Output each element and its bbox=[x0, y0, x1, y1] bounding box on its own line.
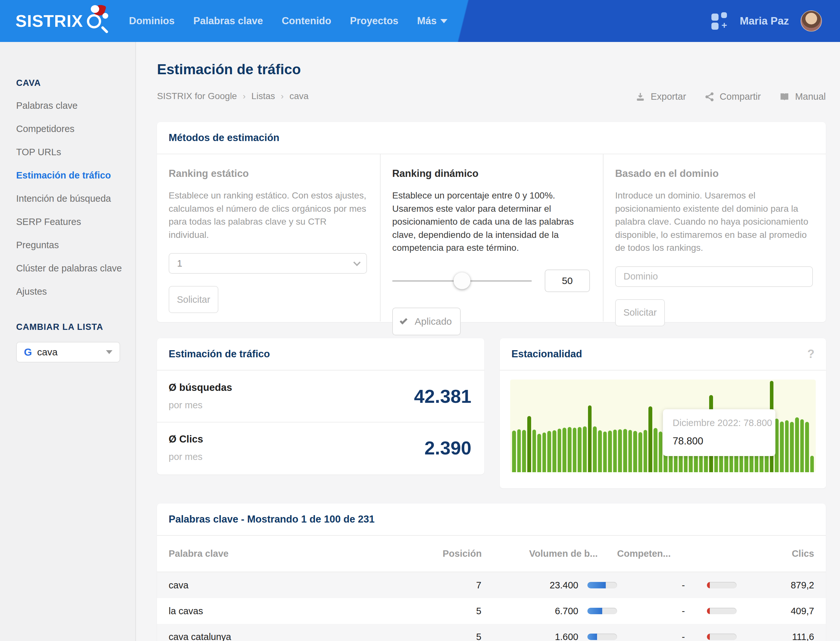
tooltip-value: 78.800 bbox=[673, 435, 766, 447]
sidebar-item-palabras-clave[interactable]: Palabras clave bbox=[16, 100, 136, 111]
nav-item-dominios[interactable]: Dominios bbox=[129, 15, 174, 27]
applied-button[interactable]: Aplicado bbox=[392, 308, 461, 335]
bar-month[interactable] bbox=[568, 427, 572, 472]
page-title: Estimación de tráfico bbox=[157, 61, 826, 77]
bar-month[interactable] bbox=[613, 430, 617, 472]
bar-month[interactable] bbox=[790, 422, 794, 472]
competition-cell: - bbox=[617, 606, 685, 617]
sidebar-item-preguntas[interactable]: Preguntas bbox=[16, 240, 136, 250]
bar-month[interactable] bbox=[628, 430, 632, 472]
column-header-volume[interactable]: Volumen de b... bbox=[481, 548, 617, 559]
bar-month[interactable] bbox=[633, 431, 637, 472]
bar-month[interactable] bbox=[573, 428, 577, 472]
chevron-down-icon bbox=[353, 259, 360, 266]
bar-month[interactable] bbox=[618, 429, 622, 472]
slider-handle[interactable] bbox=[454, 272, 470, 289]
bar-december[interactable] bbox=[648, 406, 652, 472]
column-header-position[interactable]: Posición bbox=[443, 548, 481, 559]
bar-month[interactable] bbox=[638, 432, 642, 472]
book-icon bbox=[779, 92, 790, 102]
bar-month[interactable] bbox=[537, 434, 541, 472]
nav-item-más[interactable]: Más bbox=[417, 15, 447, 27]
bar-month[interactable] bbox=[603, 432, 607, 472]
keyword-cell[interactable]: cava bbox=[169, 580, 443, 591]
sidebar-item-serp-features[interactable]: SERP Features bbox=[16, 217, 136, 227]
user-avatar[interactable] bbox=[801, 10, 822, 32]
bar-month[interactable] bbox=[557, 428, 562, 472]
breadcrumb-sistrix-for-google[interactable]: SISTRIX for Google bbox=[157, 91, 237, 101]
sidebar-item-competidores[interactable]: Competidores bbox=[16, 124, 136, 134]
bar-month[interactable] bbox=[795, 417, 799, 472]
bar-month[interactable] bbox=[810, 456, 814, 472]
bar-month[interactable] bbox=[654, 428, 657, 472]
sidebar-item-ajustes[interactable]: Ajustes bbox=[16, 286, 136, 297]
bar-month[interactable] bbox=[780, 422, 784, 472]
breadcrumb-listas[interactable]: Listas bbox=[251, 91, 275, 101]
bar-month[interactable] bbox=[578, 427, 582, 472]
column-header-competition[interactable]: Competen... bbox=[617, 548, 737, 559]
percentage-slider[interactable] bbox=[392, 271, 532, 290]
clics-cell: 409,7 bbox=[737, 606, 814, 617]
domain-based-description: Introduce un dominio. Usaremos el posici… bbox=[615, 189, 813, 254]
bar-month[interactable] bbox=[547, 431, 551, 472]
bar-month[interactable] bbox=[659, 432, 662, 472]
bar-month[interactable] bbox=[562, 428, 566, 472]
bar-month[interactable] bbox=[517, 429, 521, 472]
bar-december[interactable] bbox=[588, 405, 592, 472]
share-button[interactable]: Compartir bbox=[704, 91, 761, 102]
bar-month[interactable] bbox=[644, 430, 648, 472]
bar-month[interactable] bbox=[512, 430, 516, 472]
sidebar-section-title: CAVA bbox=[16, 78, 136, 88]
column-header-keyword[interactable]: Palabra clave bbox=[169, 548, 443, 559]
domain-input[interactable]: Dominio bbox=[615, 266, 813, 287]
bar-month[interactable] bbox=[785, 420, 789, 472]
santa-hat-icon bbox=[91, 3, 108, 18]
bar-month[interactable] bbox=[775, 419, 779, 472]
nav-item-palabras-clave[interactable]: Palabras clave bbox=[194, 15, 263, 27]
caret-down-icon bbox=[440, 19, 447, 23]
bar-month[interactable] bbox=[608, 430, 612, 472]
bar-month[interactable] bbox=[532, 430, 536, 472]
export-button[interactable]: Exportar bbox=[635, 91, 686, 102]
table-header-row: Palabra clave Posición Volumen de b... C… bbox=[157, 536, 826, 572]
bar-month[interactable] bbox=[552, 430, 556, 472]
breadcrumb-cava[interactable]: cava bbox=[289, 91, 309, 101]
volume-cell: 1.600 bbox=[481, 631, 578, 641]
domain-request-button[interactable]: Solicitar bbox=[615, 299, 665, 326]
manual-button[interactable]: Manual bbox=[779, 91, 826, 102]
seasonality-bar-chart[interactable]: Diciembre 2022: 78.800 78.800 bbox=[510, 380, 816, 472]
apps-grid-icon[interactable]: + bbox=[711, 12, 728, 30]
keyword-cell[interactable]: cava catalunya bbox=[169, 631, 443, 641]
bar-month[interactable] bbox=[598, 430, 602, 472]
bar-month[interactable] bbox=[583, 426, 587, 472]
sidebar-item-intención-de-búsqueda[interactable]: Intención de búsqueda bbox=[16, 193, 136, 204]
bar-month[interactable] bbox=[800, 419, 804, 472]
bar-december[interactable] bbox=[527, 416, 531, 472]
percentage-input[interactable]: 50 bbox=[545, 269, 590, 292]
keyword-cell[interactable]: la cavas bbox=[169, 606, 443, 617]
sidebar-item-clúster-de-palabras-clave[interactable]: Clúster de palabras clave bbox=[16, 263, 136, 274]
table-row[interactable]: cava catalunya51.600-111,6 bbox=[157, 624, 826, 641]
bar-month[interactable] bbox=[623, 429, 627, 472]
list-selector-value: cava bbox=[37, 347, 58, 358]
help-icon[interactable]: ? bbox=[808, 347, 814, 361]
table-row[interactable]: la cavas56.700-409,7 bbox=[157, 598, 826, 624]
nav-item-proyectos[interactable]: Proyectos bbox=[350, 15, 398, 27]
bar-month[interactable] bbox=[543, 433, 546, 472]
list-selector-dropdown[interactable]: G cava bbox=[16, 342, 120, 362]
static-ranking-select[interactable]: 1 bbox=[169, 253, 367, 274]
bar-month[interactable] bbox=[522, 430, 526, 472]
sidebar-item-estimación-de-tráfico[interactable]: Estimación de tráfico bbox=[16, 170, 136, 181]
sistrix-logo-text: SISTRIX bbox=[16, 11, 83, 31]
static-ranking-request-button[interactable]: Solicitar bbox=[169, 286, 218, 313]
column-header-clics[interactable]: Clics bbox=[737, 548, 814, 559]
table-row[interactable]: cava723.400-879,2 bbox=[157, 572, 826, 598]
traffic-estimation-panel: Estimación de tráfico Ø búsquedaspor mes… bbox=[157, 338, 484, 475]
static-ranking-description: Establece un ranking estático. Con estos… bbox=[169, 189, 367, 242]
nav-item-contenido[interactable]: Contenido bbox=[282, 15, 331, 27]
bar-month[interactable] bbox=[805, 422, 809, 472]
bar-month[interactable] bbox=[593, 426, 597, 472]
sistrix-logo[interactable]: SISTRIX bbox=[16, 7, 110, 35]
sidebar-item-top-urls[interactable]: TOP URLs bbox=[16, 147, 136, 158]
user-name[interactable]: Maria Paz bbox=[740, 15, 789, 27]
